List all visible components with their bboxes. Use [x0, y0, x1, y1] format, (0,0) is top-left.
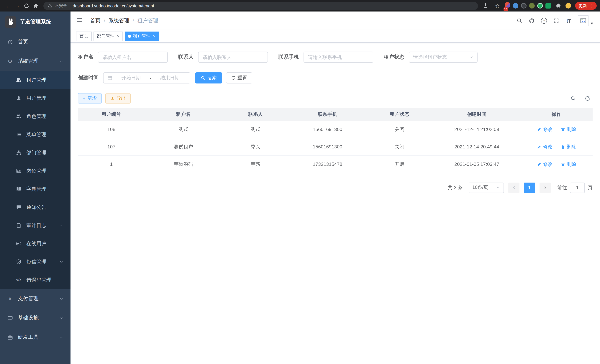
sidebar-item-dev-tools[interactable]: 研发工具 — [0, 328, 71, 347]
delete-link[interactable]: 删除 — [561, 143, 576, 150]
forward-button[interactable]: → — [13, 1, 22, 10]
sidebar-item-sms-management[interactable]: 短信管理 — [0, 253, 71, 271]
chrome-menu-kebab-icon[interactable]: ⋮ — [589, 3, 593, 8]
goto-page-input[interactable] — [570, 182, 585, 193]
mobile-label: 联系手机 — [278, 54, 299, 60]
sidebar-item-audit-log[interactable]: 审计日志 — [0, 216, 71, 234]
user-avatar[interactable] — [578, 15, 589, 26]
prev-page-button[interactable] — [508, 182, 519, 193]
breadcrumb-home[interactable]: 首页 — [90, 17, 101, 24]
sidebar-item-role-management[interactable]: 角色管理 — [0, 107, 71, 125]
sidebar-item-menu-management[interactable]: 菜单管理 — [0, 125, 71, 144]
question-icon: ? — [541, 18, 547, 24]
sidebar-item-tenant-management[interactable]: 租户管理 — [0, 71, 71, 89]
bookmark-button[interactable]: ☆ — [493, 1, 502, 10]
home-button[interactable] — [31, 1, 40, 10]
docs-help-button[interactable]: ? — [538, 12, 550, 29]
mobile-input[interactable] — [303, 52, 373, 63]
edit-link[interactable]: 修改 — [537, 143, 553, 150]
tab-close-icon[interactable]: × — [153, 34, 155, 38]
extension-badged[interactable]: 10 — [505, 2, 510, 9]
sidebar-item-label: 角色管理 — [26, 113, 46, 120]
github-link[interactable] — [526, 12, 538, 29]
sidebar-item-label: 首页 — [18, 38, 28, 45]
sidebar-item-online-users[interactable]: 在线用户 — [0, 234, 71, 253]
sidebar: 芋道管理系统 首页 ⚙ 系统管理 租户管理 — [0, 11, 71, 364]
sidebar-item-user-management[interactable]: 用户管理 — [0, 89, 71, 107]
edit-link[interactable]: 修改 — [537, 161, 553, 168]
app-logo[interactable]: 芋道管理系统 — [0, 11, 71, 32]
header-search-button[interactable] — [514, 12, 526, 29]
sidebar-item-dept-management[interactable]: 部门管理 — [0, 144, 71, 162]
tab-tenant-management[interactable]: 租户管理 × — [125, 31, 159, 41]
tab-label: 部门管理 — [97, 33, 115, 39]
date-range-picker[interactable]: 开始日期 - 结束日期 — [103, 72, 190, 84]
sidebar-item-home[interactable]: 首页 — [0, 32, 71, 52]
profile-avatar-icon[interactable] — [565, 3, 571, 9]
tenant-name-input[interactable] — [98, 52, 168, 63]
toolbar: + 新增 导出 — [78, 93, 593, 103]
breadcrumb-system[interactable]: 系统管理 — [109, 17, 129, 24]
browser-chrome: ← → 不安全 dashboard.yudao.iocoder.cn/syste… — [0, 0, 600, 11]
extension-icon-blue[interactable] — [513, 3, 518, 9]
signal-icon — [16, 241, 21, 247]
page-content: 租户名 联系人 联系手机 租户状态 请选择租户状态 — [71, 43, 600, 364]
cell-status: 关闭 — [366, 121, 433, 138]
extension-icon-chat[interactable] — [545, 3, 551, 9]
fullscreen-button[interactable] — [550, 12, 562, 29]
breadcrumb-current: 租户管理 — [138, 17, 158, 24]
avatar-dropdown-caret-icon[interactable]: ▾ — [591, 21, 593, 25]
contact-input[interactable] — [198, 52, 268, 63]
add-button-label: 新增 — [87, 95, 97, 102]
sidebar-item-pay-management[interactable]: ¥ 支付管理 — [0, 289, 71, 308]
sidebar-item-notice[interactable]: 通知公告 — [0, 198, 71, 216]
delete-link[interactable]: 删除 — [561, 126, 576, 133]
export-button[interactable]: 导出 — [105, 93, 131, 103]
sidebar-item-dict-management[interactable]: 字典管理 — [0, 180, 71, 198]
sidebar-collapse-button[interactable] — [76, 17, 84, 25]
sidebar-item-error-code-management[interactable]: </> 错误码管理 — [0, 271, 71, 289]
cell-mobile: 17321315478 — [289, 156, 366, 173]
tab-dept-management[interactable]: 部门管理 × — [94, 31, 123, 41]
current-page-button[interactable]: 1 — [524, 182, 535, 193]
tab-close-icon[interactable]: × — [117, 34, 120, 38]
status-select[interactable]: 请选择租户状态 — [409, 52, 478, 63]
tab-home[interactable]: 首页 — [76, 31, 92, 41]
share-button[interactable] — [481, 1, 490, 10]
extension-icon-green[interactable] — [537, 3, 543, 9]
back-button[interactable]: ← — [3, 1, 13, 10]
cell-status: 关闭 — [366, 138, 433, 156]
contact-label: 联系人 — [178, 54, 194, 60]
cell-tenant-id: 108 — [78, 121, 145, 138]
font-size-button[interactable]: tT — [562, 12, 575, 29]
page-size-select[interactable]: 10条/页 — [469, 182, 504, 193]
tenant-table: 租户编号 租户名 联系人 联系手机 租户状态 创建时间 操作 108 测试 — [78, 108, 593, 173]
next-page-button[interactable] — [540, 182, 551, 193]
top-navbar: 首页 / 系统管理 / 租户管理 ? tT ▾ — [71, 11, 600, 30]
reset-button[interactable]: 重置 — [226, 72, 252, 84]
sidebar-item-post-management[interactable]: 岗位管理 — [0, 162, 71, 180]
sidebar-item-system-management[interactable]: ⚙ 系统管理 — [0, 52, 71, 71]
sidebar-item-label: 系统管理 — [18, 58, 38, 65]
sidebar-item-label: 岗位管理 — [26, 168, 46, 174]
delete-link[interactable]: 删除 — [561, 161, 576, 168]
add-button[interactable]: + 新增 — [78, 93, 102, 103]
edit-link[interactable]: 修改 — [537, 126, 553, 133]
toolbox-icon — [7, 334, 13, 340]
share-icon — [483, 3, 488, 9]
chrome-toolbar-right: ☆ 10 更新 ⋮ — [481, 1, 597, 10]
toggle-search-button[interactable] — [570, 95, 576, 101]
navbar-right: ? tT ▾ — [514, 12, 594, 29]
create-time-label: 创建时间 — [78, 75, 99, 81]
extension-icon-dark[interactable] — [521, 3, 526, 9]
calendar-icon — [107, 75, 112, 81]
search-button[interactable]: 搜索 — [195, 72, 222, 84]
export-button-label: 导出 — [116, 95, 126, 102]
chrome-update-button[interactable]: 更新 ⋮ — [575, 2, 597, 10]
sidebar-item-infrastructure[interactable]: 基础设施 — [0, 308, 71, 328]
extension-icon-olive[interactable] — [529, 3, 535, 9]
extensions-menu-button[interactable] — [554, 1, 563, 10]
reload-button[interactable] — [22, 1, 31, 10]
refresh-table-button[interactable] — [585, 95, 590, 101]
address-bar[interactable]: 不安全 dashboard.yudao.iocoder.cn/system/te… — [43, 2, 478, 10]
